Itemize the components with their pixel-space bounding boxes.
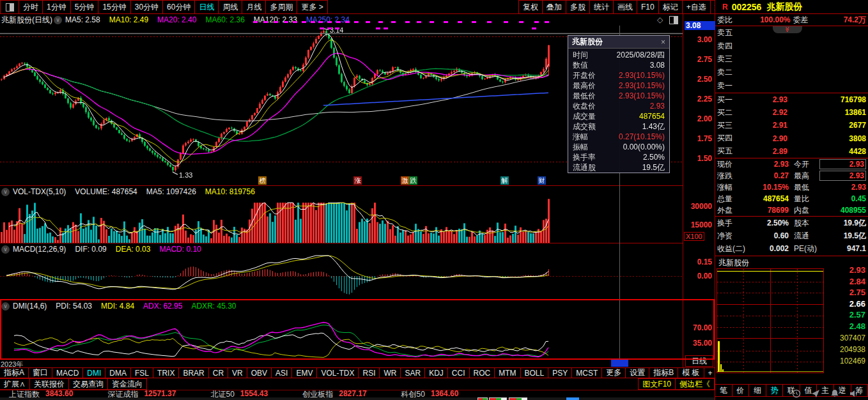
taskbar-app-icon[interactable] (566, 397, 579, 400)
clock-icon[interactable] (791, 388, 802, 399)
period-tab[interactable]: 周线 (218, 0, 242, 14)
toolbar-button[interactable]: 标记 (658, 0, 683, 14)
buy-label: 买五 (717, 146, 741, 157)
indicator-tab[interactable]: 指标A (0, 367, 29, 378)
sell-row[interactable]: 卖一 (715, 79, 868, 93)
send-icon[interactable] (810, 388, 821, 399)
period-tab[interactable]: 1分钟 (42, 0, 71, 14)
sell-row[interactable]: 卖二 (715, 66, 868, 79)
bottom-tab[interactable]: 关联报价 (29, 378, 69, 390)
indicator-tab[interactable]: OBV (247, 367, 272, 378)
bottom-tab[interactable]: 交易查询 (68, 378, 108, 390)
bottom-right-button[interactable]: 图文F10 (638, 378, 676, 390)
event-marker[interactable]: 激 (401, 176, 409, 185)
indicator-tab[interactable]: CCI (447, 367, 470, 378)
indicator-tab[interactable]: CR (208, 367, 228, 378)
bottom-right-button[interactable]: 侧边栏《 (675, 378, 715, 390)
period-axis-label[interactable]: 日线 (685, 355, 713, 367)
dmi-chart[interactable] (0, 312, 683, 359)
buy-row[interactable]: 买四 2.90 3808 (715, 132, 868, 145)
buy-row[interactable]: 买二 2.92 13861 (715, 106, 868, 119)
indicator-right-button[interactable]: 模 板 (678, 367, 704, 378)
bell-icon[interactable] (830, 388, 840, 399)
period-tab[interactable]: 月线 (242, 0, 266, 14)
toolbar-button[interactable]: 叠加 (542, 0, 566, 14)
indicator-tab[interactable]: MCST (571, 367, 602, 378)
period-tab[interactable]: 更多 > (297, 0, 327, 14)
event-marker[interactable]: 解 (500, 176, 509, 185)
collapse-quote-button[interactable]: ≫ (773, 26, 802, 33)
quote-sidebar: R 002256 兆新股份 委比 100.00% 委差 74.2万 ≫ 卖五 卖… (715, 0, 868, 400)
period-tab[interactable]: 15分钟 (98, 0, 130, 14)
indicator-tab[interactable]: MACD (52, 367, 83, 378)
stock-header[interactable]: R 002256 兆新股份 (715, 0, 868, 14)
toolbar-button[interactable]: +自选 (682, 0, 711, 14)
taskbar-app-icon[interactable] (477, 397, 488, 400)
toolbar-button[interactable]: 画线 (613, 0, 637, 14)
indicator-tab[interactable]: TRIX (153, 367, 179, 378)
event-marker[interactable]: 财 (538, 176, 546, 185)
bottom-tab[interactable]: 资金流向 (107, 378, 147, 390)
toolbar-button[interactable]: 复权 (518, 0, 543, 14)
mini-tab[interactable]: 细 (748, 384, 766, 397)
intraday-mini-chart[interactable] (717, 268, 824, 373)
indicator-tab[interactable]: ASI (271, 367, 292, 378)
weicha-label: 委差 (793, 15, 809, 26)
mini-tab[interactable]: 势 (766, 384, 784, 397)
close-icon[interactable]: × (661, 38, 665, 47)
toolbar-button[interactable]: 多股 (566, 0, 590, 14)
indicator-tab[interactable]: RSI (358, 367, 380, 378)
period-tab[interactable]: 30分钟 (130, 0, 163, 14)
indicator-tab[interactable]: 更多 (601, 367, 626, 378)
indicator-tab[interactable]: BRAR (178, 367, 208, 378)
speaker-icon[interactable] (849, 388, 859, 399)
mini-chart-panel[interactable]: 兆新股份 2.932.842.752.662.572.48 3074072049… (715, 256, 868, 384)
buy-row[interactable]: 买三 2.91 2677 (715, 119, 868, 132)
indicator-tab[interactable]: VOL-TDX (316, 367, 359, 378)
mini-tab[interactable]: 价 (732, 384, 750, 397)
collapse-icon[interactable]: ∨ (54, 16, 62, 24)
sell-row[interactable]: 卖三 (715, 53, 868, 66)
indicator-tab[interactable]: DMI (82, 367, 105, 378)
event-marker[interactable]: 榜 (258, 176, 267, 185)
toolbar-button[interactable]: 统计 (589, 0, 614, 14)
indicator-tab[interactable]: EMV (291, 367, 317, 378)
window-layout-icon[interactable] (0, 0, 19, 14)
sell-row[interactable]: 卖四 (715, 40, 868, 53)
macd-chart[interactable] (0, 254, 683, 299)
indicator-tab[interactable]: DMA (105, 367, 131, 378)
indicator-tab[interactable]: 窗口 (28, 367, 52, 378)
period-tab[interactable]: 多周期 (265, 0, 297, 14)
taskbar-app-icon[interactable] (489, 397, 507, 400)
bottom-tab[interactable]: 扩展∧ (0, 378, 30, 390)
period-tab[interactable]: 60分钟 (162, 0, 195, 14)
indicator-tab[interactable]: SAR (400, 367, 425, 378)
indicator-tab[interactable]: 设置 (625, 367, 649, 378)
collapse-icon[interactable]: ∨ (1, 302, 10, 311)
period-tab[interactable]: 日线 (194, 0, 219, 14)
mini-tab[interactable]: 笔 (715, 384, 732, 397)
popup-row-label: 成交量 (573, 111, 596, 122)
buy-row[interactable]: 买一 2.93 716798 (715, 93, 868, 106)
period-tab[interactable]: 分时 (19, 0, 43, 14)
collapse-icon[interactable]: ∨ (1, 188, 10, 196)
indicator-tab[interactable]: ROC (469, 367, 495, 378)
indicator-tab[interactable]: PSY (548, 367, 572, 378)
split-window-icon[interactable] (669, 16, 678, 24)
indicator-tab[interactable]: VR (228, 367, 247, 378)
indicator-tab[interactable]: FSL (130, 367, 153, 378)
toolbar-button[interactable]: F10 (637, 0, 659, 14)
diamond-icon[interactable]: ◇ (657, 15, 663, 24)
event-marker[interactable]: 涨 (353, 176, 362, 185)
taskbar-app-icon[interactable] (509, 397, 527, 400)
buy-row[interactable]: 买五 2.89 4428 (715, 145, 868, 158)
indicator-tab[interactable]: MTM (494, 367, 520, 378)
volume-chart[interactable] (0, 197, 683, 243)
indicator-right-button[interactable]: 指标B (649, 367, 678, 378)
indicator-tab[interactable]: WR (379, 367, 401, 378)
indicator-tab[interactable]: BOLL (520, 367, 549, 378)
collapse-icon[interactable]: ∨ (1, 245, 10, 254)
indicator-tab[interactable]: KDJ (424, 367, 448, 378)
event-marker[interactable]: 跌 (409, 176, 417, 185)
period-tab[interactable]: 5分钟 (70, 0, 99, 14)
